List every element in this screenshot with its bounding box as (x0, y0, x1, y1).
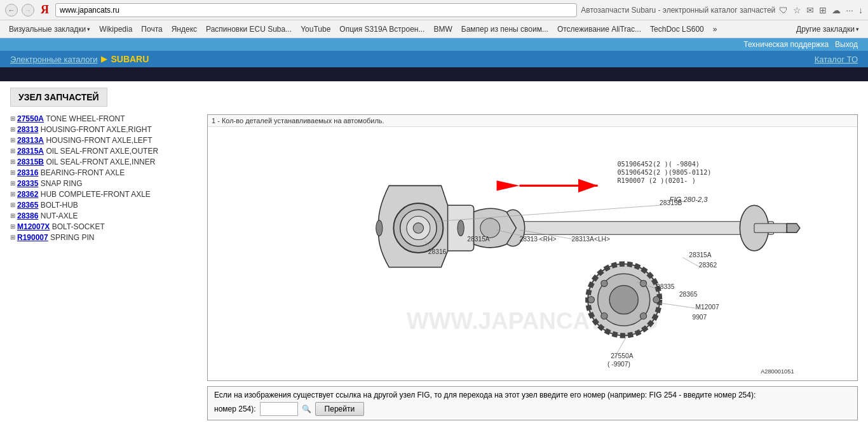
expand-icon[interactable]: ⊞ (10, 191, 15, 198)
bookmark-techdoc[interactable]: TechDoc LS600 (646, 23, 708, 35)
breadcrumb-arrow: ▶ (101, 55, 107, 64)
svg-point-12 (376, 220, 383, 236)
main-content: УЗЕЛ ЗАПЧАСТЕЙ ⊞ 27550A TONE WHEEL-FRONT… (0, 81, 868, 427)
bookmark-more-btn[interactable]: » (709, 23, 721, 35)
svg-text:M12007: M12007 (696, 304, 719, 311)
bookmark-yandex[interactable]: Яндекс (168, 23, 201, 35)
bookmark-bumper[interactable]: Бампер из пены своим... (458, 23, 552, 35)
expand-icon[interactable]: ⊞ (10, 169, 15, 176)
part-name: BOLT-SOCKET (52, 222, 105, 231)
list-item: ⊞ 28362 HUB COMPLETE-FRONT AXLE (10, 190, 201, 199)
expand-icon[interactable]: ⊞ (10, 137, 15, 144)
catalog-to-link[interactable]: Каталог ТО (815, 55, 858, 64)
part-name: NUT-AXLE (41, 211, 78, 220)
forward-button[interactable]: → (22, 4, 34, 17)
svg-point-11 (458, 220, 464, 236)
bookmark-pochta[interactable]: Почта (137, 23, 166, 35)
bookmark-bmw[interactable]: BMW (430, 23, 456, 35)
svg-text:( -9907): ( -9907) (607, 361, 630, 368)
mag-icon: 🔍 (302, 405, 311, 413)
list-item: ⊞ 28365 BOLT-HUB (10, 201, 201, 210)
bookmarks-bar: Визуальные закладки Wikipedia Почта Янде… (0, 20, 868, 38)
svg-point-22 (653, 297, 660, 303)
part-name: HOUSING-FRONT AXLE,RIGHT (41, 125, 152, 134)
expand-icon[interactable]: ⊞ (10, 234, 15, 241)
input-label: номер 254): (214, 405, 256, 413)
logout-link[interactable]: Выход (835, 40, 858, 49)
sync-icon[interactable]: ⊞ (819, 5, 827, 15)
browser-icons: 🛡 ☆ ✉ ⊞ ☁ ··· ↓ (779, 5, 863, 15)
section-title: УЗЕЛ ЗАПЧАСТЕЙ (10, 88, 107, 107)
support-link[interactable]: Техническая поддержка (743, 40, 829, 49)
part-number[interactable]: 28335 (17, 179, 38, 188)
brand-label: SUBARU (111, 54, 149, 64)
instruction-text: Если на изображения существует ссылка на… (214, 391, 756, 399)
expand-icon[interactable]: ⊞ (10, 180, 15, 187)
svg-text:28335: 28335 (656, 283, 675, 290)
part-number[interactable]: 27550A (17, 114, 44, 123)
breadcrumb: Электронные каталоги ▶ SUBARU (10, 54, 149, 64)
diagram-svg: WWW.JAPANCATS.RU (208, 127, 857, 375)
yandex-logo: Я (38, 3, 51, 17)
part-number[interactable]: 28386 (17, 211, 38, 220)
bookmark-visual-bookmarks[interactable]: Визуальные закладки (5, 23, 94, 35)
bookmark-youtube[interactable]: YouTube (297, 23, 334, 35)
dark-bar (0, 67, 868, 81)
part-number[interactable]: M12007X (17, 222, 50, 231)
svg-point-21 (588, 297, 594, 303)
part-number[interactable]: 28313A (17, 136, 44, 145)
svg-text:051906452(2 )(9805-0112): 051906452(2 )(9805-0112) (617, 168, 711, 176)
list-item: ⊞ 28313A HOUSING-FRONT AXLE,LEFT (10, 136, 201, 145)
site-top-bar: Техническая поддержка Выход (0, 38, 868, 51)
download-icon[interactable]: ↓ (858, 5, 863, 15)
svg-text:051906452(2 )(      -9804): 051906452(2 )( -9804) (617, 160, 700, 168)
part-name: BEARING-FRONT AXLE (41, 168, 125, 177)
list-item: ⊞ 28313 HOUSING-FRONT AXLE,RIGHT (10, 125, 201, 134)
star-icon[interactable]: ☆ (793, 5, 801, 15)
diagram-wrapper: 1 - Кол-во деталей устанавливаемых на ав… (207, 114, 858, 420)
part-name: SNAP RING (41, 179, 83, 188)
svg-rect-3 (513, 222, 774, 235)
part-number[interactable]: 28315B (17, 157, 44, 166)
bookmark-other[interactable]: Другие закладки (792, 23, 863, 35)
part-number[interactable]: 28316 (17, 168, 38, 177)
part-number[interactable]: R190007 (17, 233, 48, 242)
svg-text:28313A<LH>: 28313A<LH> (572, 236, 610, 243)
expand-icon[interactable]: ⊞ (10, 147, 15, 154)
part-name: TONE WHEEL-FRONT (46, 114, 125, 123)
bookmark-option-s319a[interactable]: Опция S319A Встроен... (336, 23, 428, 35)
svg-point-10 (413, 223, 423, 233)
expand-icon[interactable]: ⊞ (10, 201, 15, 208)
bookmark-ecu[interactable]: Распиновки ECU Suba... (202, 23, 295, 35)
bookmark-wikipedia[interactable]: Wikipedia (95, 23, 136, 35)
cloud-icon[interactable]: ☁ (832, 5, 841, 15)
expand-icon[interactable]: ⊞ (10, 126, 15, 133)
part-number[interactable]: 28313 (17, 125, 38, 134)
expand-icon[interactable]: ⊞ (10, 158, 15, 165)
list-item: ⊞ 28315A OIL SEAL-FRONT AXLE,OUTER (10, 147, 201, 156)
goto-input-row: номер 254): 🔍 Перейти (214, 402, 851, 416)
expand-icon[interactable]: ⊞ (10, 212, 15, 219)
back-button[interactable]: ← (5, 4, 18, 17)
svg-text:28362: 28362 (699, 262, 717, 269)
page-title-bar: Автозапчасти Subaru - электронный катало… (581, 6, 775, 15)
svg-text:27550A: 27550A (611, 352, 634, 359)
part-name: BOLT-HUB (41, 201, 78, 210)
expand-icon[interactable]: ⊞ (10, 115, 15, 122)
bookmark-alitrack[interactable]: Отслеживание AliTrac... (553, 23, 645, 35)
part-number[interactable]: 28362 (17, 190, 38, 199)
fig-number-input[interactable] (260, 402, 298, 416)
list-item: ⊞ R190007 SPRING PIN (10, 233, 201, 242)
svg-rect-0 (265, 127, 800, 375)
part-number[interactable]: 28365 (17, 201, 38, 210)
expand-icon[interactable]: ⊞ (10, 223, 15, 230)
address-bar[interactable] (55, 3, 577, 17)
catalogs-link[interactable]: Электронные каталоги (10, 55, 97, 64)
goto-button[interactable]: Перейти (315, 402, 365, 416)
shield-icon: 🛡 (779, 5, 788, 15)
more-icon[interactable]: ··· (846, 5, 853, 15)
part-number[interactable]: 28315A (17, 147, 44, 156)
list-item: ⊞ 28386 NUT-AXLE (10, 211, 201, 220)
diagram-area: 1 - Кол-во деталей устанавливаемых на ав… (207, 114, 858, 381)
mail-icon[interactable]: ✉ (806, 5, 814, 15)
